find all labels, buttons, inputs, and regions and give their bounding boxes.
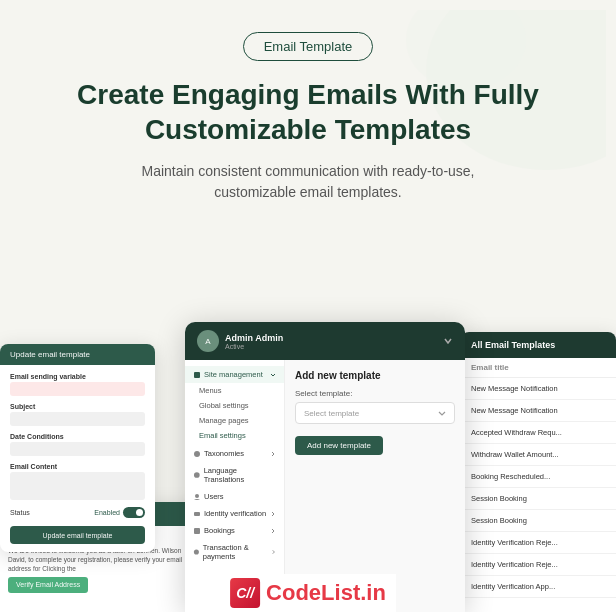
hero-title: Create Engaging Emails With Fully Custom… xyxy=(68,77,548,147)
table-row[interactable]: New Message Notification xyxy=(461,400,616,422)
status-row: Status Enabled xyxy=(10,507,145,518)
table-row[interactable]: Booking Rescheduled... xyxy=(461,466,616,488)
sidebar-item-taxonomies[interactable]: Taxonomies xyxy=(185,445,284,462)
username: Admin Admin xyxy=(225,333,437,343)
badge-label: Email Template xyxy=(264,39,353,54)
chevron-icon-5 xyxy=(271,549,276,555)
user-role: Active xyxy=(225,343,437,350)
form-header: Update email template xyxy=(0,344,155,365)
sidebar-item-site-management[interactable]: Site management xyxy=(185,366,284,383)
watermark-text: CodeList.in xyxy=(266,580,386,606)
svg-point-8 xyxy=(194,549,199,554)
taxonomy-icon xyxy=(193,450,201,458)
sidebar-item-manage-pages[interactable]: Manage pages xyxy=(185,413,284,428)
sidebar-item-global[interactable]: Global settings xyxy=(185,398,284,413)
input-sending-variable[interactable] xyxy=(10,382,145,396)
chevron-icon-2 xyxy=(270,451,276,457)
svg-point-4 xyxy=(194,472,200,478)
panel-title: All Email Templates xyxy=(461,332,616,358)
language-icon xyxy=(193,471,201,479)
sidebar-item-transactions[interactable]: Transaction & payments xyxy=(185,539,284,565)
select-label: Select template: xyxy=(295,389,455,398)
bookings-icon xyxy=(193,527,201,535)
screenshots-section: Update email template Email sending vari… xyxy=(0,272,616,612)
table-row[interactable]: Identity Verification Reje... xyxy=(461,554,616,576)
table-row[interactable]: Identity Verification App... xyxy=(461,576,616,598)
add-template-button[interactable]: Add new template xyxy=(295,436,383,455)
input-subject[interactable] xyxy=(10,412,145,426)
form-title: Update email template xyxy=(10,350,90,359)
svg-rect-2 xyxy=(194,372,200,378)
hero-section: Email Template Create Engaging Emails Wi… xyxy=(0,0,616,223)
chevron-down-icon xyxy=(443,336,453,346)
email-templates-panel: All Email Templates Email title New Mess… xyxy=(461,332,616,612)
svg-point-5 xyxy=(195,494,199,498)
field-content: Email Content xyxy=(10,463,145,500)
identity-icon xyxy=(193,510,201,518)
table-row[interactable]: Session Booking xyxy=(461,510,616,532)
settings-icon xyxy=(193,371,201,379)
chevron-icon xyxy=(270,372,276,378)
sidebar-item-identity[interactable]: Identity verification xyxy=(185,505,284,522)
chevron-icon-3 xyxy=(270,511,276,517)
table-row[interactable]: Session Booking xyxy=(461,488,616,510)
watermark: C// CodeList.in xyxy=(220,574,396,612)
svg-rect-7 xyxy=(194,528,200,534)
column-header: Email title xyxy=(461,358,616,378)
table-row[interactable]: New Message Notification xyxy=(461,378,616,400)
user-info: Admin Admin Active xyxy=(225,333,437,350)
status-toggle[interactable] xyxy=(123,507,145,518)
field-subject: Subject xyxy=(10,403,145,426)
field-sending-variable: Email sending variable xyxy=(10,373,145,396)
sidebar-item-email-settings[interactable]: Email settings xyxy=(185,428,284,443)
verify-button[interactable]: Verify Email Address xyxy=(8,577,88,594)
template-select[interactable]: Select template xyxy=(295,402,455,424)
transaction-icon xyxy=(193,548,200,556)
dashboard-screenshot: A Admin Admin Active Site management xyxy=(185,322,465,612)
hero-subtitle: Maintain consistent communication with r… xyxy=(128,161,488,203)
svg-rect-6 xyxy=(194,512,200,516)
table-row[interactable]: Identity Verification Reje... xyxy=(461,532,616,554)
chevron-icon-4 xyxy=(270,528,276,534)
users-icon xyxy=(193,493,201,501)
field-date: Date Conditions xyxy=(10,433,145,456)
select-chevron-icon xyxy=(438,409,446,417)
user-avatar: A xyxy=(197,330,219,352)
table-row[interactable]: Withdraw Wallet Amount... xyxy=(461,444,616,466)
dashboard-header: A Admin Admin Active xyxy=(185,322,465,360)
content-title: Add new template xyxy=(295,370,455,381)
sidebar-item-users[interactable]: Users xyxy=(185,488,284,505)
svg-point-3 xyxy=(194,451,200,457)
input-content[interactable] xyxy=(10,472,145,500)
input-date[interactable] xyxy=(10,442,145,456)
update-button[interactable]: Update email template xyxy=(10,526,145,544)
form-body: Email sending variable Subject Date Cond… xyxy=(0,365,155,552)
form-screenshot: Update email template Email sending vari… xyxy=(0,344,155,552)
table-row[interactable]: Accepted Withdraw Requ... xyxy=(461,422,616,444)
badge: Email Template xyxy=(243,32,374,61)
sidebar-item-lang[interactable]: Language Translations xyxy=(185,462,284,488)
sidebar-item-bookings[interactable]: Bookings xyxy=(185,522,284,539)
sidebar-item-menus[interactable]: Menus xyxy=(185,383,284,398)
watermark-logo: C// xyxy=(230,578,260,608)
